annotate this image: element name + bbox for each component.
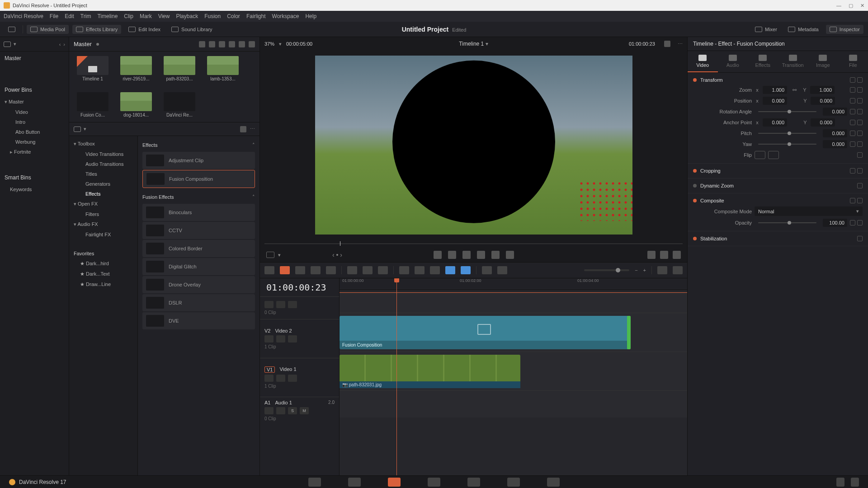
chevron-down-icon[interactable]: ▾ — [278, 252, 281, 258]
fullscreen-button[interactable] — [5, 25, 19, 34]
audio-icon[interactable] — [657, 266, 667, 274]
reset-icon[interactable] — [857, 87, 863, 93]
insert-tool[interactable] — [347, 266, 357, 274]
page-fusion[interactable] — [428, 478, 440, 487]
view-grid-icon[interactable] — [209, 41, 215, 47]
zoom-y-input[interactable]: 1.000 — [810, 86, 835, 94]
lock-icon[interactable] — [264, 375, 274, 382]
transform-section-title[interactable]: Transform — [700, 77, 723, 83]
keyframe-icon[interactable] — [850, 109, 855, 114]
eff-cat-audio-trans[interactable]: Audio Transitions — [69, 159, 137, 169]
menu-help[interactable]: Help — [305, 13, 316, 19]
clip-video-path[interactable]: 📷 path-832031.jpg — [340, 355, 520, 388]
reset-icon[interactable] — [857, 198, 863, 203]
disable-icon[interactable] — [288, 335, 297, 343]
search-icon[interactable] — [229, 41, 235, 47]
snap-icon[interactable] — [399, 266, 409, 274]
sound-library-toggle[interactable]: Sound Library — [168, 25, 216, 34]
more-icon[interactable] — [249, 41, 255, 47]
menu-clip[interactable]: Clip — [124, 13, 133, 19]
replace-tool[interactable] — [378, 266, 388, 274]
keyframe-icon[interactable] — [850, 87, 855, 93]
viewer-mode-icon[interactable] — [266, 252, 274, 258]
inspector-tab-audio[interactable]: Audio — [718, 51, 748, 72]
prev-clip-icon[interactable] — [673, 251, 681, 259]
track-header-v3[interactable]: 0 Clip — [260, 296, 339, 319]
track-lane-v2[interactable]: Fusion Composition — [340, 313, 687, 352]
nav-back-icon[interactable]: ‹ — [59, 42, 61, 47]
page-fairlight[interactable] — [507, 478, 520, 487]
reset-icon[interactable] — [857, 77, 863, 83]
link-icon[interactable]: ⚯ — [793, 87, 797, 93]
effect-item-fusion-composition[interactable]: Fusion Composition — [142, 170, 255, 188]
play-button[interactable] — [477, 251, 485, 259]
search-icon[interactable] — [240, 126, 246, 132]
power-bin-abo[interactable]: Abo Button — [0, 127, 69, 137]
inspector-toggle[interactable]: Inspector — [826, 25, 863, 34]
maximize-button[interactable]: ▢ — [849, 3, 853, 9]
metadata-toggle[interactable]: Metadata — [784, 25, 822, 34]
page-edit[interactable] — [388, 478, 401, 487]
home-icon[interactable] — [836, 478, 844, 487]
rotation-slider[interactable] — [758, 111, 816, 112]
effect-item[interactable]: DVE — [142, 312, 255, 329]
pos-y-input[interactable]: 0.000 — [811, 97, 835, 105]
timeline-ruler[interactable]: 01:00:00:00 01:00:02:00 01:00:04:00 — [340, 278, 687, 290]
anchor-y-input[interactable]: 0.000 — [811, 118, 835, 127]
reset-icon[interactable] — [857, 152, 863, 158]
next-clip-icon[interactable] — [660, 251, 668, 259]
power-bin-werbung[interactable]: Werbung — [0, 137, 69, 147]
eff-cat-generators[interactable]: Generators — [69, 179, 137, 189]
clip-thumb[interactable]: path-83203... — [163, 56, 196, 81]
eff-cat-effects[interactable]: Effects — [69, 189, 137, 199]
view-list-icon[interactable] — [219, 41, 225, 47]
inspector-tab-file[interactable]: File — [838, 51, 868, 72]
menu-trim[interactable]: Trim — [80, 13, 91, 19]
power-bin-intro[interactable]: Intro — [0, 117, 69, 127]
rotation-input[interactable]: 0.000 — [823, 108, 847, 116]
viewer-timeline-name[interactable]: Timeline 1 — [459, 41, 484, 47]
eff-cat-filters[interactable]: Filters — [69, 209, 137, 219]
reset-icon[interactable] — [857, 236, 863, 241]
reset-icon[interactable] — [857, 120, 863, 125]
overwrite-tool[interactable] — [363, 266, 373, 274]
menu-edit[interactable]: Edit — [65, 13, 74, 19]
edit-index-toggle[interactable]: Edit Index — [125, 25, 164, 34]
smart-bin-keywords[interactable]: Keywords — [0, 184, 69, 194]
master-bin[interactable]: Master — [0, 52, 69, 65]
yaw-slider[interactable] — [758, 144, 816, 145]
lock-icon[interactable] — [264, 407, 274, 414]
mute-button[interactable]: M — [300, 407, 309, 414]
menu-mark[interactable]: Mark — [140, 13, 152, 19]
viewer-zoom[interactable]: 37% — [264, 41, 274, 47]
opacity-slider[interactable] — [758, 222, 816, 223]
effect-item[interactable]: DSLR — [142, 294, 255, 311]
effects-library-toggle[interactable]: Effects Library — [72, 25, 121, 34]
composite-section[interactable]: Composite — [700, 198, 724, 203]
sort-icon[interactable] — [239, 41, 245, 47]
zoom-in-icon[interactable]: + — [643, 267, 646, 273]
menu-timeline[interactable]: Timeline — [97, 13, 118, 19]
opacity-input[interactable]: 100.00 — [823, 219, 847, 227]
viewer-scrubber[interactable] — [260, 239, 687, 248]
eff-cat-video-trans[interactable]: Video Transitions — [69, 149, 137, 159]
media-pool-toggle[interactable]: Media Pool — [27, 25, 69, 34]
track-header-v2[interactable]: V2Video 2 1 Clip — [260, 319, 339, 358]
flag-icon[interactable] — [445, 266, 455, 274]
auto-select-icon[interactable] — [276, 407, 285, 414]
reset-icon[interactable] — [857, 220, 863, 225]
effects-panel-icon[interactable] — [74, 127, 81, 132]
flip-h-button[interactable] — [755, 151, 765, 159]
fav-item[interactable]: ★ Dark...Text — [69, 269, 137, 279]
link-icon[interactable] — [415, 266, 425, 274]
loop-button[interactable] — [506, 251, 514, 259]
effect-item[interactable]: CCTV — [142, 222, 255, 239]
dynamic-zoom-section[interactable]: Dynamic Zoom — [700, 183, 734, 188]
power-bin-fortnite[interactable]: Fortnite — [0, 147, 69, 157]
close-button[interactable]: ✕ — [860, 3, 864, 9]
keyframe-icon[interactable] — [850, 220, 855, 225]
menu-workspace[interactable]: Workspace — [272, 13, 299, 19]
playhead[interactable] — [396, 278, 397, 475]
auto-select-icon[interactable] — [276, 335, 285, 343]
pitch-slider[interactable] — [758, 133, 816, 134]
